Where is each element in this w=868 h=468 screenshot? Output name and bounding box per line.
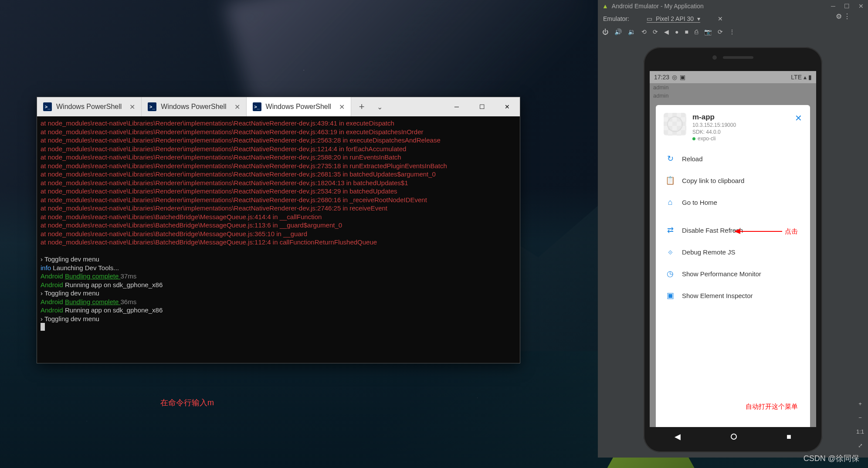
chevron-down-icon: ▾ (697, 15, 700, 22)
runner-label: expo-cli (698, 136, 715, 142)
signal-icon: ▴ (804, 74, 807, 81)
cursor (41, 323, 45, 331)
menu-item-go-home[interactable]: ⌂Go to Home (656, 191, 810, 213)
close-tab-icon[interactable]: ✕ (339, 103, 345, 111)
terminal-tab[interactable]: >_Windows PowerShell✕ (247, 97, 351, 116)
content-row: admin (650, 92, 816, 100)
device-icon: ▭ (647, 15, 652, 22)
terminal-output[interactable]: at node_modules\react-native\Libraries\R… (37, 116, 520, 334)
android-icon: ▲ (602, 3, 608, 10)
close-button[interactable]: ✕ (858, 3, 864, 10)
close-tab-icon[interactable]: ✕ (234, 103, 240, 111)
nav-overview-icon[interactable]: ■ (787, 432, 791, 441)
element-inspector-icon: ▣ (665, 291, 675, 300)
dev-menu-sheet: m-app 10.3.152.15:19000 SDK: 44.0.0 expo… (656, 105, 810, 428)
device-frame: 17:23 ◎ ▣ LTE ▴ ▮ admin admin (644, 47, 822, 452)
volume-up-icon[interactable]: 🔊 (614, 28, 622, 35)
copy-link-icon: 📋 (665, 176, 675, 185)
close-tab-icon[interactable]: ✕ (129, 103, 135, 111)
reload-icon[interactable]: ⟳ (718, 28, 723, 35)
status-dot-icon (692, 137, 695, 140)
powershell-icon: >_ (43, 102, 52, 111)
expand-button[interactable]: ⤢ (855, 440, 865, 451)
terminal-tabs: >_Windows PowerShell✕>_Windows PowerShel… (37, 97, 520, 116)
powershell-icon: >_ (253, 102, 261, 111)
screenshot-icon[interactable]: ⎙ (695, 28, 698, 35)
emulator-title-bar: ▲ Android Emulator - My Application ─ ☐ … (598, 0, 868, 12)
emulator-toolbar: ⏻ 🔊 🔉 ⟲ ⟳ ◀ ● ■ ⎙ 📷 ⟳ ⋮ (598, 25, 868, 38)
back-icon[interactable]: ◀ (664, 28, 669, 35)
reload-icon: ↻ (665, 154, 675, 163)
menu-item-copy-link[interactable]: 📋Copy link to clipboard (656, 170, 810, 191)
menu-item-element-inspector[interactable]: ▣Show Element Inspector (656, 285, 810, 306)
annotation-menu: 自动打开这个菜单 (746, 403, 798, 411)
perf-monitor-icon: ◷ (665, 269, 675, 278)
status-time: 17:23 (654, 74, 669, 81)
app-address: 10.3.152.15:19000 (692, 122, 789, 129)
zoom-out-button[interactable]: − (855, 412, 865, 423)
android-nav-bar: ◀ ■ (650, 427, 816, 446)
maximize-button[interactable]: ☐ (844, 3, 850, 10)
camera-icon[interactable]: 📷 (704, 28, 712, 35)
rotate-left-icon[interactable]: ⟲ (641, 28, 647, 35)
new-tab-button[interactable]: + (351, 101, 373, 112)
content-row: admin (650, 83, 816, 92)
annotation-terminal-hint: 在命令行输入m (160, 397, 214, 408)
terminal-window: >_Windows PowerShell✕>_Windows PowerShel… (37, 97, 520, 363)
home-icon[interactable]: ● (675, 28, 678, 35)
menu-item-reload[interactable]: ↻Reload (656, 148, 810, 170)
volume-down-icon[interactable]: 🔉 (628, 28, 635, 35)
zoom-fit-button[interactable]: 1:1 (855, 426, 865, 437)
nav-home-icon[interactable] (731, 434, 737, 440)
watermark: CSDN @徐同保 (804, 453, 859, 464)
network-label: LTE (791, 74, 802, 81)
menu-item-perf-monitor[interactable]: ◷Show Performance Monitor (656, 263, 810, 285)
close-button[interactable]: ✕ (495, 97, 520, 116)
minimize-button[interactable]: ─ (444, 97, 469, 116)
powershell-icon: >_ (148, 102, 156, 111)
status-app-icon: ▣ (680, 74, 685, 81)
battery-icon: ▮ (808, 74, 812, 81)
debug-remote-js-icon: ⟐ (665, 247, 675, 257)
close-sheet-button[interactable]: ✕ (795, 113, 802, 123)
settings-icon[interactable]: ⚙ ⋮ (836, 12, 851, 20)
tab-dropdown-icon[interactable]: ⌄ (373, 103, 387, 111)
annotation-click: 点击 (734, 227, 798, 236)
svg-marker-1 (734, 229, 740, 234)
rotate-right-icon[interactable]: ⟳ (653, 28, 658, 35)
maximize-button[interactable]: ☐ (469, 97, 495, 116)
device-selector[interactable]: ▭ Pixel 2 API 30 ▾ (647, 15, 700, 23)
terminal-tab[interactable]: >_Windows PowerShell✕ (142, 97, 246, 116)
sdk-version: SDK: 44.0.0 (692, 129, 789, 136)
window-title: Android Emulator - My Application (612, 3, 704, 10)
nav-back-icon[interactable]: ◀ (675, 432, 681, 441)
menu-item-debug-remote-js[interactable]: ⟐Debug Remote JS (656, 241, 810, 263)
zoom-in-button[interactable]: + (855, 398, 865, 409)
status-indicator-icon: ◎ (672, 74, 677, 81)
minimize-button[interactable]: ─ (831, 3, 835, 10)
emulator-window: ▲ Android Emulator - My Application ─ ☐ … (598, 0, 868, 458)
status-bar: 17:23 ◎ ▣ LTE ▴ ▮ (650, 71, 816, 83)
more-icon[interactable]: ⋮ (729, 28, 735, 35)
app-name: m-app (692, 113, 789, 122)
go-home-icon: ⌂ (665, 197, 675, 207)
overview-icon[interactable]: ■ (685, 28, 688, 35)
close-device-button[interactable]: ✕ (718, 15, 723, 22)
terminal-tab[interactable]: >_Windows PowerShell✕ (37, 97, 142, 116)
emulator-label: Emulator: (603, 15, 629, 22)
app-icon (664, 113, 686, 136)
disable-fast-refresh-icon: ⇄ (665, 225, 675, 235)
power-icon[interactable]: ⏻ (602, 28, 608, 35)
